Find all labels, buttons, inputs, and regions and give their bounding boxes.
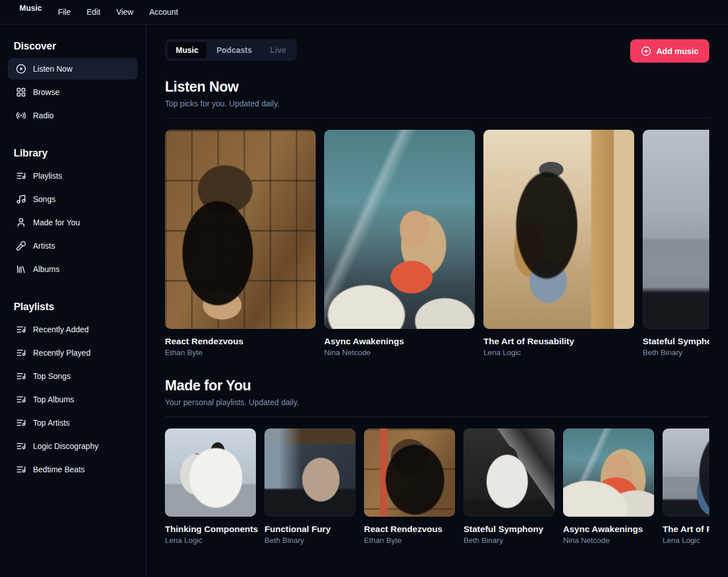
album-card-the-art-of-reusability[interactable]: The Art of ReusabilityLena Logic [483, 130, 634, 357]
album-title: Stateful Symphony [643, 336, 709, 347]
user-icon [16, 217, 26, 228]
sidebar-item-top-songs[interactable]: Top Songs [8, 365, 138, 387]
library-icon [16, 264, 26, 274]
sidebar-item-label: Playlists [33, 171, 62, 180]
sidebar-item-label: Made for You [33, 218, 80, 227]
made-for-you-section: Made for You Your personal playlists. Up… [165, 377, 709, 545]
album-art-window-girl[interactable] [324, 130, 475, 329]
menu-item-edit[interactable]: Edit [78, 4, 108, 20]
tab-podcasts[interactable]: Podcasts [208, 42, 260, 59]
tab-music[interactable]: Music [167, 42, 207, 59]
album-art-white-duo[interactable] [165, 428, 256, 517]
album-artist: Beth Binary [264, 536, 355, 545]
album-artist: Beth Binary [464, 536, 555, 545]
album-artist: Beth Binary [643, 348, 709, 357]
album-card-the-art-of-reusability[interactable]: The Art of ReusabilityLena Logic [663, 428, 709, 545]
music-note-icon [16, 194, 26, 204]
sidebar-item-label: Bedtime Beats [33, 465, 85, 474]
album-card-react-rendezvous[interactable]: React RendezvousEthan Byte [165, 130, 316, 357]
listen-now-row: React RendezvousEthan ByteAsync Awakenin… [165, 130, 709, 357]
album-art-window-girl[interactable] [563, 428, 654, 517]
sidebar-item-songs[interactable]: Songs [8, 188, 138, 210]
album-card-stateful-symphony[interactable]: Stateful SymphonyBeth Binary [643, 130, 709, 357]
listen-now-title: Listen Now [165, 79, 709, 95]
sidebar-item-logic-discography[interactable]: Logic Discography [8, 435, 138, 457]
sidebar-section-playlists: PlaylistsRecently AddedRecently PlayedTo… [0, 287, 146, 488]
menu-item-music[interactable]: Music [11, 0, 50, 24]
list-music-icon [16, 464, 26, 475]
menu-item-account[interactable]: Account [141, 4, 186, 20]
list-music-icon [16, 418, 26, 428]
album-card-async-awakenings[interactable]: Async AwakeningsNina Netcode [324, 130, 475, 357]
grid-icon [16, 87, 26, 97]
sidebar-item-label: Top Artists [33, 418, 70, 427]
album-artist: Lena Logic [663, 536, 709, 545]
sidebar-item-label: Top Albums [33, 395, 74, 404]
sidebar-item-albums[interactable]: Albums [8, 258, 138, 280]
album-title: Async Awakenings [563, 524, 654, 534]
menubar: MusicFileEditViewAccount [0, 0, 728, 24]
list-music-icon [16, 394, 26, 405]
sidebar-item-browse[interactable]: Browse [8, 81, 138, 103]
main-content: MusicPodcastsLive Add music Listen Now T… [146, 24, 728, 577]
sidebar-item-radio[interactable]: Radio [8, 105, 138, 126]
add-music-button[interactable]: Add music [630, 39, 709, 63]
album-artist: Nina Netcode [324, 348, 475, 357]
sidebar-item-label: Radio [33, 111, 54, 120]
album-art-street-guitarist[interactable] [663, 428, 709, 517]
list-music-icon [16, 441, 26, 451]
album-art-piano-room[interactable] [264, 428, 355, 517]
made-for-you-subtitle: Your personal playlists. Updated daily. [165, 398, 709, 407]
album-artist: Ethan Byte [165, 348, 316, 357]
sidebar-heading-library: Library [14, 147, 132, 159]
album-artist: Nina Netcode [563, 536, 654, 545]
album-art-street-guitarist[interactable] [643, 130, 709, 329]
separator [165, 417, 709, 417]
separator [165, 118, 709, 118]
add-music-label: Add music [656, 47, 698, 56]
sidebar-item-made-for-you[interactable]: Made for You [8, 212, 138, 233]
list-music-icon [16, 348, 26, 358]
sidebar-section-library: LibraryPlaylistsSongsMade for YouArtists… [0, 134, 146, 287]
sidebar-item-playlists[interactable]: Playlists [8, 165, 138, 187]
list-music-icon [16, 171, 26, 181]
play-circle-icon [16, 64, 26, 74]
sidebar-item-label: Songs [33, 195, 56, 204]
album-title: The Art of Reusability [663, 524, 709, 534]
sidebar-section-discover: DiscoverListen NowBrowseRadio [0, 32, 146, 134]
album-art-trumpet-chair[interactable] [464, 428, 555, 517]
menu-item-view[interactable]: View [108, 4, 141, 20]
sidebar-item-label: Recently Played [33, 348, 90, 357]
album-artist: Lena Logic [165, 536, 256, 545]
album-title: The Art of Reusability [483, 336, 634, 347]
album-card-thinking-components[interactable]: Thinking ComponentsLena Logic [165, 428, 256, 545]
album-art-sax-player[interactable] [483, 130, 634, 329]
tab-live: Live [262, 42, 295, 59]
album-title: React Rendezvous [364, 524, 455, 534]
sidebar-item-artists[interactable]: Artists [8, 235, 138, 257]
sidebar-heading-playlists: Playlists [14, 301, 132, 313]
sidebar-item-recently-played[interactable]: Recently Played [8, 342, 138, 364]
album-card-stateful-symphony[interactable]: Stateful SymphonyBeth Binary [464, 428, 555, 545]
album-card-react-rendezvous[interactable]: React RendezvousEthan Byte [364, 428, 455, 545]
made-for-you-row: Thinking ComponentsLena LogicFunctional … [165, 428, 709, 545]
album-title: React Rendezvous [165, 336, 316, 347]
sidebar-item-bedtime-beats[interactable]: Bedtime Beats [8, 459, 138, 480]
album-artist: Lena Logic [483, 348, 634, 357]
menu-item-file[interactable]: File [50, 4, 79, 20]
album-card-async-awakenings[interactable]: Async AwakeningsNina Netcode [563, 428, 654, 545]
list-music-icon [16, 324, 26, 335]
sidebar-item-top-albums[interactable]: Top Albums [8, 389, 138, 410]
listen-now-section: Listen Now Top picks for you. Updated da… [165, 79, 709, 357]
sidebar: DiscoverListen NowBrowseRadioLibraryPlay… [0, 24, 146, 577]
album-card-functional-fury[interactable]: Functional FuryBeth Binary [264, 428, 355, 545]
sidebar-item-listen-now[interactable]: Listen Now [8, 58, 138, 80]
album-art-notebook-girl[interactable] [165, 130, 316, 329]
made-for-you-title: Made for You [165, 377, 709, 394]
album-art-shelf-girl[interactable] [364, 428, 455, 517]
radio-icon [16, 110, 26, 121]
sidebar-item-label: Listen Now [33, 64, 72, 73]
sidebar-item-recently-added[interactable]: Recently Added [8, 319, 138, 340]
sidebar-item-top-artists[interactable]: Top Artists [8, 412, 138, 434]
mic-icon [16, 241, 26, 251]
